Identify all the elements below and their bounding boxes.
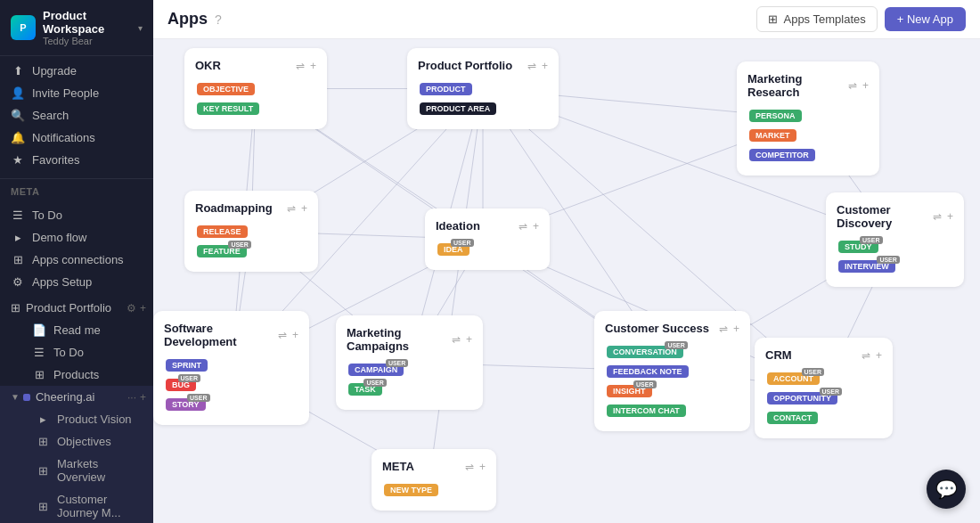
app-box-ideation[interactable]: Ideation⇌+IDEAUSER — [425, 208, 550, 270]
filter-icon[interactable]: ⇌ — [465, 461, 474, 473]
app-box-marketing-research[interactable]: Marketing Research⇌+PERSONAMARKETCOMPETI… — [737, 61, 879, 176]
tag-feedback-note[interactable]: FEEDBACK NOTE — [607, 365, 689, 378]
sidebar-item-demo[interactable]: ▸ Demo flow — [0, 226, 153, 249]
add-app-box-icon[interactable]: + — [292, 329, 298, 341]
filter-icon[interactable]: ⇌ — [862, 349, 870, 362]
tag-campaign[interactable]: CAMPAIGNUSER — [348, 364, 404, 376]
sidebar-item-todo[interactable]: ☰ To Do — [0, 204, 153, 226]
product-portfolio-nav[interactable]: ⊞ Product Portfolio ⚙ + — [0, 297, 153, 319]
app-box-roadmapping[interactable]: Roadmapping⇌+RELEASEFEATUREUSER — [184, 191, 318, 272]
add-app-box-icon[interactable]: + — [947, 210, 953, 223]
tag-task[interactable]: TASKUSER — [348, 383, 382, 396]
sidebar-item-search[interactable]: 🔍 Search — [0, 104, 153, 127]
sidebar-item-todo-label: To Do — [32, 208, 62, 222]
filter-icon[interactable]: ⇌ — [848, 79, 857, 92]
tag-new-type[interactable]: NEW TYPE — [384, 484, 438, 496]
add-app-box-icon[interactable]: + — [466, 333, 472, 346]
tag-market[interactable]: MARKET — [749, 129, 796, 142]
apps-templates-button[interactable]: ⊞ Apps Templates — [756, 6, 877, 32]
sidebar-item-objectives[interactable]: ⊞ Objectives — [25, 430, 153, 453]
add-icon[interactable]: + — [140, 302, 146, 315]
sidebar-item-apps-connections[interactable]: ⊞ Apps connections — [0, 249, 153, 271]
filter-icon[interactable]: ⇌ — [452, 333, 461, 346]
app-box-okr[interactable]: OKR⇌+OBJECTIVEKEY RESULT — [184, 48, 327, 129]
tag-competitor[interactable]: COMPETITOR — [749, 149, 815, 161]
app-box-software-development[interactable]: Software Development⇌+SPRINTBUGUSERSTORY… — [153, 311, 309, 425]
chat-bubble[interactable]: 💬 — [927, 470, 966, 509]
tag-insight[interactable]: INSIGHTUSER — [607, 385, 652, 397]
sidebar-item-markets-overview[interactable]: ⊞ Markets Overview — [25, 453, 153, 488]
sidebar-item-readme[interactable]: 📄 Read me — [21, 319, 153, 341]
sidebar-item-customer-journey[interactable]: ⊞ Customer Journey M... — [25, 488, 153, 523]
add-cheering-icon[interactable]: + — [140, 391, 146, 404]
product-portfolio-label: Product Portfolio — [26, 301, 127, 315]
sidebar-item-upgrade[interactable]: ⬆ Upgrade — [0, 60, 153, 82]
workspace-header[interactable]: P Product Workspace Teddy Bear ▾ — [0, 0, 153, 56]
tag-interview[interactable]: INTERVIEWUSER — [838, 260, 895, 273]
user-badge: USER — [228, 241, 250, 249]
add-app-box-icon[interactable]: + — [876, 349, 882, 362]
tag-idea[interactable]: IDEAUSER — [437, 243, 470, 256]
filter-icon[interactable]: ⇌ — [933, 210, 942, 223]
help-icon[interactable]: ? — [215, 12, 222, 27]
app-box-crm[interactable]: CRM⇌+ACCOUNTUSEROPPORTUNITYUSERCONTACT — [755, 338, 893, 438]
tag-contact[interactable]: CONTACT — [767, 412, 818, 424]
tag-release[interactable]: RELEASE — [197, 225, 248, 238]
filter-icon[interactable]: ⇌ — [287, 202, 296, 215]
sidebar-item-apps-setup[interactable]: ⚙ Apps Setup — [0, 271, 153, 293]
filter-icon[interactable]: ⇌ — [519, 220, 527, 233]
more-icon[interactable]: ··· — [127, 391, 136, 404]
grid-icon5: ⊞ — [36, 500, 50, 513]
sidebar-item-notifications[interactable]: 🔔 Notifications — [0, 127, 153, 149]
workspace-user: Teddy Bear — [43, 36, 138, 46]
filter-icon[interactable]: ⇌ — [719, 323, 728, 335]
tag-study[interactable]: STUDYUSER — [838, 241, 878, 253]
add-app-box-icon[interactable]: + — [301, 202, 307, 215]
add-app-box-icon[interactable]: + — [479, 461, 486, 473]
tag-sprint[interactable]: SPRINT — [166, 359, 208, 372]
tag-conversation[interactable]: CONVERSATIONUSER — [607, 346, 683, 358]
doc-icon: 📄 — [32, 323, 46, 337]
tag-feature[interactable]: FEATUREUSER — [197, 245, 247, 257]
user-badge: USER — [820, 388, 842, 396]
sidebar-item-product-vision[interactable]: ▸ Product Vision — [25, 408, 153, 430]
tag-intercom-chat[interactable]: INTERCOM CHAT — [607, 405, 686, 417]
topbar-left: Apps ? — [167, 10, 222, 29]
filter-icon[interactable]: ⇌ — [278, 329, 287, 341]
add-app-box-icon[interactable]: + — [542, 60, 548, 72]
tag-product-area[interactable]: PRODUCT AREA — [420, 102, 496, 115]
filter-icon[interactable]: ⇌ — [527, 60, 536, 72]
tag-story[interactable]: STORYUSER — [166, 398, 206, 411]
nav-section: ⬆ Upgrade 👤 Invite People 🔍 Search 🔔 Not… — [0, 56, 153, 175]
app-box-actions-ideation: ⇌+ — [519, 220, 539, 233]
app-box-marketing-campaigns[interactable]: Marketing Campaigns⇌+CAMPAIGNUSERTASKUSE… — [336, 315, 483, 410]
tag-opportunity[interactable]: OPPORTUNITYUSER — [767, 392, 837, 405]
tag-objective[interactable]: OBJECTIVE — [197, 83, 255, 95]
add-app-box-icon[interactable]: + — [533, 220, 539, 233]
sidebar-item-todo-portfolio[interactable]: ☰ To Do — [21, 341, 153, 364]
app-box-product-portfolio[interactable]: Product Portfolio⇌+PRODUCTPRODUCT AREA — [407, 48, 559, 129]
gear-icon: ⚙ — [11, 275, 25, 289]
sidebar-item-invite[interactable]: 👤 Invite People — [0, 82, 153, 104]
sidebar-item-favorites[interactable]: ★ Favorites — [0, 149, 153, 171]
cheering-header[interactable]: ▼ Cheering.ai ··· + — [0, 386, 153, 408]
tag-key-result[interactable]: KEY RESULT — [197, 102, 259, 115]
filter-icon[interactable]: ⇌ — [296, 60, 305, 72]
tag-bug[interactable]: BUGUSER — [166, 379, 196, 391]
app-box-title-marketing-research: Marketing Research — [747, 72, 848, 99]
app-box-customer-success[interactable]: Customer Success⇌+CONVERSATIONUSERFEEDBA… — [594, 311, 750, 431]
add-app-box-icon[interactable]: + — [310, 60, 316, 72]
sidebar-item-products[interactable]: ⊞ Products — [21, 364, 153, 386]
app-box-meta[interactable]: META⇌+NEW TYPE — [372, 449, 496, 511]
new-app-button[interactable]: + New App — [885, 7, 966, 31]
sidebar-item-products-label: Products — [53, 368, 99, 381]
app-box-header-software-development: Software Development⇌+ — [164, 322, 298, 348]
add-app-box-icon[interactable]: + — [862, 79, 869, 92]
tag-product[interactable]: PRODUCT — [420, 83, 472, 95]
tag-persona[interactable]: PERSONA — [749, 110, 802, 122]
app-box-customer-discovery[interactable]: Customer Discovery⇌+STUDYUSERINTERVIEWUS… — [826, 192, 964, 287]
sidebar-item-apps-setup-label: Apps Setup — [32, 275, 92, 289]
settings-icon[interactable]: ⚙ — [127, 302, 136, 315]
tag-account[interactable]: ACCOUNTUSER — [767, 372, 820, 385]
add-app-box-icon[interactable]: + — [733, 323, 739, 335]
